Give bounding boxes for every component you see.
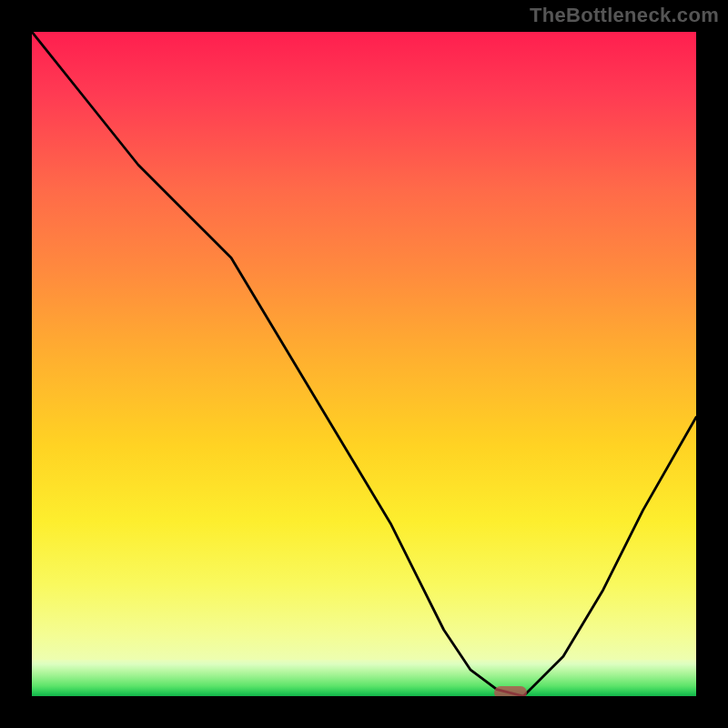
curve-layer xyxy=(32,32,696,696)
chart-frame: TheBottleneck.com xyxy=(0,0,728,728)
optimal-marker xyxy=(494,686,527,696)
bottleneck-curve xyxy=(32,32,696,696)
watermark-text: TheBottleneck.com xyxy=(530,4,719,27)
plot-area xyxy=(32,32,696,696)
